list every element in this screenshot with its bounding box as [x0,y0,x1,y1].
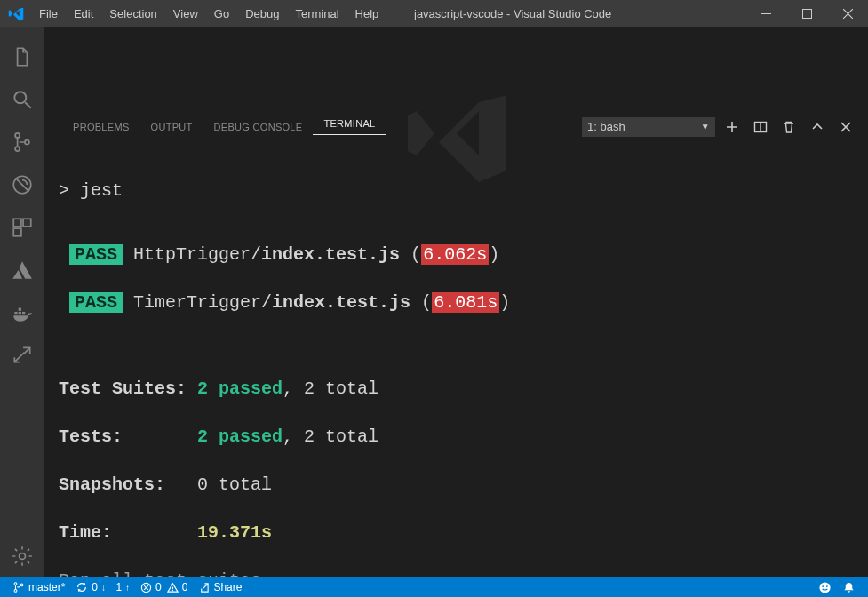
menu-debug[interactable]: Debug [237,7,287,20]
svg-point-6 [25,140,29,145]
tab-problems[interactable]: PROBLEMS [62,122,140,132]
extensions-icon[interactable] [0,206,44,249]
gear-icon[interactable] [0,535,44,577]
summary-snapshots: Snapshots: 0 total [59,473,854,497]
menu-file[interactable]: File [31,7,66,20]
menu-bar: File Edit Selection View Go Debug Termin… [31,7,386,20]
summary-suites: Test Suites: 2 passed, 2 total [59,377,854,401]
status-branch[interactable]: master* [7,581,70,593]
menu-edit[interactable]: Edit [66,7,101,20]
svg-point-25 [822,585,824,587]
status-share[interactable]: Share [193,581,247,593]
close-panel-icon[interactable] [834,115,857,139]
tab-terminal[interactable]: TERMINAL [313,118,386,135]
tab-debug-console[interactable]: DEBUG CONSOLE [203,122,314,132]
status-sync[interactable]: 0↓ 1↑ [70,581,135,593]
svg-point-24 [819,582,830,593]
kill-terminal-icon[interactable] [777,115,800,139]
menu-selection[interactable]: Selection [101,7,164,20]
svg-point-15 [20,553,26,560]
search-icon[interactable] [0,78,44,121]
svg-rect-11 [14,312,17,314]
svg-point-20 [20,584,23,586]
docker-icon[interactable] [0,291,44,334]
title-bar: File Edit Selection View Go Debug Termin… [0,0,868,27]
tab-output[interactable]: OUTPUT [140,122,203,132]
test-run-row: PASS HttpTrigger/index.test.js (6.062s) [59,243,854,267]
svg-rect-10 [13,228,21,236]
summary-ran: Ran all test suites. [59,569,854,577]
vscode-watermark-icon [403,80,510,187]
svg-line-3 [25,102,31,108]
svg-point-19 [14,590,17,593]
explorer-icon[interactable] [0,36,44,78]
activity-bar [0,27,44,577]
debug-icon[interactable] [0,163,44,206]
azure-icon[interactable] [0,249,44,291]
svg-rect-8 [13,219,21,227]
menu-help[interactable]: Help [347,7,387,20]
menu-terminal[interactable]: Terminal [287,7,346,20]
summary-tests: Tests: 2 passed, 2 total [59,425,854,449]
terminal-selector[interactable]: 1: bash ▼ [582,117,715,137]
status-warnings[interactable]: 0 [167,581,194,593]
status-notifications-icon[interactable] [837,581,861,594]
menu-view[interactable]: View [165,7,206,20]
new-terminal-icon[interactable] [721,115,744,139]
summary-time: Time: 19.371s [59,521,854,545]
window-title: javascript-vscode - Visual Studio Code [386,7,745,20]
status-bar: master* 0↓ 1↑ 0 0 Share [0,577,868,597]
maximize-panel-icon[interactable] [806,115,829,139]
vscode-logo-icon [0,5,31,21]
menu-go[interactable]: Go [206,7,237,20]
minimize-button[interactable] [745,0,786,27]
terminal-select[interactable]: 1: bash [582,117,715,137]
svg-point-2 [14,92,26,103]
svg-rect-13 [22,312,25,314]
status-feedback-icon[interactable] [813,581,837,594]
close-button[interactable] [827,0,868,27]
svg-point-5 [15,147,20,151]
test-run-row: PASS TimerTrigger/index.test.js (6.081s) [59,291,854,314]
maximize-button[interactable] [786,0,827,27]
svg-point-23 [172,590,173,591]
svg-point-18 [14,583,17,585]
svg-point-4 [15,133,20,138]
terminal-body[interactable]: > jest PASS HttpTrigger/index.test.js (6… [44,142,868,577]
svg-rect-1 [802,9,811,18]
svg-rect-12 [19,312,21,314]
svg-rect-14 [19,308,21,311]
svg-point-26 [826,585,828,587]
split-terminal-icon[interactable] [749,115,772,139]
editor-area: PROBLEMS OUTPUT DEBUG CONSOLE TERMINAL 1… [44,27,868,577]
svg-rect-0 [761,13,771,14]
status-errors[interactable]: 0 [135,581,167,593]
source-control-icon[interactable] [0,121,44,163]
svg-rect-9 [23,219,31,227]
live-share-icon[interactable] [0,334,44,377]
